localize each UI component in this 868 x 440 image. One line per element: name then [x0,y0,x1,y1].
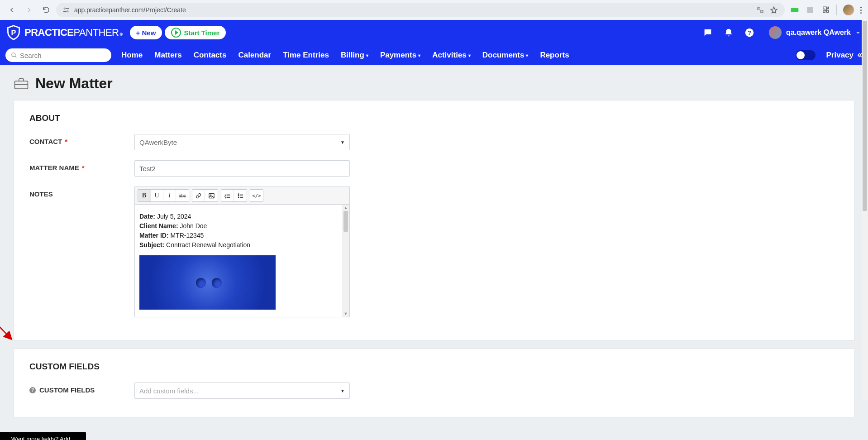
page-scroll-thumb[interactable] [863,21,867,211]
forward-icon [24,5,33,14]
svg-rect-4 [791,8,799,12]
custom-fields-heading: CUSTOM FIELDS [29,362,839,372]
rte-underline-button[interactable]: U [151,190,163,201]
start-timer-button[interactable]: Start Timer [165,26,226,39]
rte-italic-button[interactable]: I [163,190,176,201]
nav-contacts[interactable]: Contacts [194,51,227,60]
scroll-thumb[interactable] [343,211,348,232]
back-icon[interactable] [7,5,16,14]
rte-code-button[interactable]: </> [250,190,263,201]
rte-toolbar: B U I abc [135,187,349,205]
rte-bold-button[interactable]: B [138,190,151,201]
svg-point-13 [238,193,239,194]
svg-point-12 [210,195,211,196]
chevron-down-icon: ▾ [526,53,528,58]
scroll-down-icon[interactable]: ▼ [344,311,348,316]
address-bar[interactable]: app.practicepanther.com/Project/Create 文… [56,3,785,17]
svg-point-1 [67,11,68,12]
play-icon [171,28,181,38]
extension-icon[interactable] [790,5,799,14]
svg-point-14 [238,195,239,196]
caret-down-icon: ▼ [340,388,345,393]
search-input[interactable] [5,48,111,62]
contact-label: CONTACT* [29,134,134,145]
star-icon[interactable] [769,5,778,14]
page-title: New Matter [35,75,113,92]
browser-menu-icon[interactable] [860,7,862,14]
page-title-row: New Matter [14,72,854,92]
custom-fields-select[interactable]: Add custom fields... ▼ [134,383,350,399]
chevron-down-icon [855,30,861,35]
rte-image-button[interactable] [205,190,218,201]
rte-strike-button[interactable]: abc [176,190,189,201]
main-nav: Home Matters Contacts Calendar Time Entr… [121,51,569,60]
scroll-up-icon[interactable]: ▲ [344,206,348,210]
chevron-down-icon: ▾ [366,53,368,58]
nav-time-entries[interactable]: Time Entries [283,51,329,60]
rte-ol-button[interactable] [221,190,234,201]
nav-activities[interactable]: Activities▾ [432,51,471,60]
profile-avatar[interactable] [843,5,854,15]
chevron-down-icon: ▾ [468,53,471,58]
caret-down-icon: ▼ [340,140,345,145]
svg-point-15 [238,197,239,198]
rte-scrollbar[interactable]: ▲ ▼ [342,205,349,317]
nav-calendar[interactable]: Calendar [238,51,271,60]
browser-chrome: app.practicepanther.com/Project/Create 文… [0,0,868,20]
notes-label: NOTES [29,187,134,198]
custom-fields-label: ? CUSTOM FIELDS [29,383,134,394]
app-header: P PRACTICEPANTHER® + New Start Timer ? [0,20,868,65]
nav-home[interactable]: Home [121,51,143,60]
about-panel: ABOUT CONTACT* QAwerkByte ▼ MATTER NAME* [14,100,854,340]
svg-text:P: P [11,29,16,37]
svg-point-9 [12,53,15,57]
logo-shield-icon: P [5,24,22,41]
chevron-down-icon: ▾ [418,53,420,58]
svg-text:?: ? [748,29,751,36]
custom-fields-tooltip: Want more fields? Add unlimited custom f… [0,432,86,440]
notes-editor: B U I abc [134,187,350,317]
embedded-image [139,255,276,310]
user-menu[interactable]: qa.qawerk QAwerk [769,26,861,39]
svg-line-16 [0,318,11,339]
page-body: New Matter ABOUT CONTACT* QAwerkByte ▼ M… [0,65,868,440]
url-text: app.practicepanther.com/Project/Create [74,6,186,14]
logo-text: PRACTICEPANTHER® [24,27,123,38]
nav-matters[interactable]: Matters [154,51,181,60]
new-button[interactable]: + New [130,26,162,39]
help-bubble-icon[interactable]: ? [29,387,36,393]
svg-rect-5 [807,7,813,13]
contact-select[interactable]: QAwerkByte ▼ [134,134,350,150]
bell-icon[interactable] [724,28,734,38]
reload-icon[interactable] [42,5,51,14]
nav-billing[interactable]: Billing▾ [341,51,368,60]
nav-reports[interactable]: Reports [540,51,569,60]
puzzle-icon[interactable] [821,5,830,14]
rte-link-button[interactable] [192,190,205,201]
logo[interactable]: P PRACTICEPANTHER® [5,24,123,41]
privacy-toggle[interactable] [796,50,816,60]
svg-text:文: 文 [758,7,760,10]
privacy-link[interactable]: Privacy [826,51,863,60]
rte-ul-button[interactable] [234,190,247,201]
nav-payments[interactable]: Payments▾ [380,51,420,60]
translate-icon[interactable]: 文A [756,5,765,14]
svg-rect-10 [15,81,28,89]
svg-text:A: A [761,10,763,13]
matter-name-label: MATTER NAME* [29,160,134,172]
help-icon[interactable]: ? [744,28,754,38]
svg-point-0 [64,8,65,9]
nav-documents[interactable]: Documents▾ [482,51,529,60]
user-avatar-icon [769,26,782,39]
search-icon [11,52,17,58]
custom-fields-panel: CUSTOM FIELDS ? CUSTOM FIELDS Add custom… [14,349,854,417]
about-heading: ABOUT [29,113,839,123]
chat-icon[interactable] [703,28,713,38]
extension-icon-2[interactable] [806,5,815,14]
briefcase-icon [14,77,29,90]
page-scrollbar[interactable] [862,20,868,400]
site-info-icon[interactable] [62,6,70,14]
rte-content[interactable]: Date: July 5, 2024 Client Name: John Doe… [135,205,342,317]
matter-name-input[interactable] [134,160,350,177]
